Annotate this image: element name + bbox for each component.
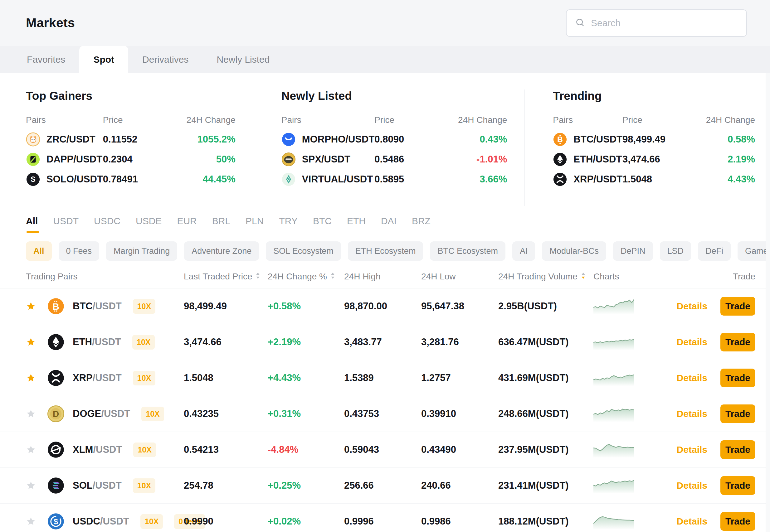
column-header-last-traded-price[interactable]: Last Traded Price [184,272,268,282]
doge-icon: D [47,405,65,423]
chip-adventure-zone[interactable]: Adventure Zone [184,241,259,261]
leverage-badge: 10X [141,407,164,421]
favorite-star-icon[interactable] [26,373,41,383]
details-link[interactable]: Details [677,373,707,383]
column-header-24h-change[interactable]: 24H Change % [268,272,344,282]
favorite-star-icon[interactable] [26,409,41,419]
chip-depin[interactable]: DePIN [613,241,653,261]
row-actions: Details Trade [643,512,755,531]
table-row-xrp-usdt[interactable]: XRP/USDT 10X 1.5048 +4.43% 1.5389 1.2757… [0,360,770,396]
quote-tab-usdc[interactable]: USDC [94,216,120,237]
pair-name[interactable]: BTC/USDT [73,301,122,312]
pair-name: BTC/USDT [574,134,622,145]
chip-margin-trading[interactable]: Margin Trading [106,241,177,261]
pair-name[interactable]: DOGE/USDT [73,408,130,419]
favorite-star-icon[interactable] [26,481,41,491]
trade-button[interactable]: Trade [720,333,755,351]
pair-name[interactable]: ETH/USDT [73,336,121,348]
details-link[interactable]: Details [677,444,707,455]
quote-tab-brl[interactable]: BRL [212,216,230,237]
chip-ai[interactable]: AI [512,241,535,261]
chip-sol-ecosystem[interactable]: SOL Ecosystem [266,241,341,261]
quote-tab-btc[interactable]: BTC [313,216,332,237]
chip-lsd[interactable]: LSD [660,241,691,261]
table-row-eth-usdt[interactable]: ETH/USDT 10X 3,474.66 +2.19% 3,483.77 3,… [0,324,770,360]
quote-tab-usdt[interactable]: USDT [53,216,79,237]
quote-tab-dai[interactable]: DAI [381,216,397,237]
column-header-24h-trading-volume[interactable]: 24H Trading Volume [498,272,593,282]
panel-row-btc-usdt[interactable]: BBTC/USDT 98,499.49 0.58% [553,129,755,149]
chip-eth-ecosystem[interactable]: ETH Ecosystem [348,241,424,261]
quote-tab-pln[interactable]: PLN [245,216,264,237]
market-nav-tabs: FavoritesSpotDerivativesNewly Listed [0,46,770,73]
panel-row-spx-usdt[interactable]: SPX/USDT 0.5486 -1.01% [281,149,507,169]
chip-gamefi[interactable]: GameFi [738,241,770,261]
panel-row-zrc-usdt[interactable]: ZRC/USDT 0.11552 1055.2% [26,129,235,149]
details-link[interactable]: Details [677,337,707,347]
sparkline [593,332,643,352]
last-traded-price: 98,499.49 [184,301,268,312]
quote-tab-eth[interactable]: ETH [347,216,365,237]
sort-icon[interactable] [255,272,260,282]
panel-row-solo-usdt[interactable]: SSOLO/USDT 0.78491 44.45% [26,169,235,189]
quote-tab-all[interactable]: All [26,216,38,237]
tab-favorites[interactable]: Favorites [13,46,79,73]
favorite-star-icon[interactable] [26,516,41,526]
sort-icon[interactable] [330,272,335,282]
pair-name: ETH/USDT [574,154,622,165]
search-input[interactable] [591,18,738,28]
table-row-doge-usdt[interactable]: D DOGE/USDT 10X 0.43235 +0.31% 0.43753 0… [0,396,770,432]
trade-button[interactable]: Trade [720,404,755,423]
pair-name[interactable]: XRP/USDT [73,372,122,384]
row-actions: Details Trade [643,297,755,316]
morpho-icon [281,132,296,147]
trade-button[interactable]: Trade [720,297,755,316]
trade-button[interactable]: Trade [720,512,755,531]
pair-name[interactable]: SOL/USDT [73,480,122,491]
trade-button[interactable]: Trade [720,369,755,387]
favorite-star-icon[interactable] [26,301,41,311]
panel-row-morpho-usdt[interactable]: MORPHO/USDT 0.8090 0.43% [281,129,507,149]
chip-0-fees[interactable]: 0 Fees [59,241,99,261]
trade-button[interactable]: Trade [720,476,755,495]
chip-modular-bcs[interactable]: Modular-BCs [542,241,606,261]
chip-btc-ecosystem[interactable]: BTC Ecosystem [430,241,506,261]
pair-name[interactable]: XLM/USDT [73,444,122,455]
tab-derivatives[interactable]: Derivatives [128,46,202,73]
panel-column-headers: PairsPrice24H Change [281,115,507,125]
search-box[interactable] [566,9,747,37]
table-row-btc-usdt[interactable]: B BTC/USDT 10X 98,499.49 +0.58% 98,870.0… [0,288,770,324]
favorite-star-icon[interactable] [26,337,41,347]
pair-name[interactable]: USDC/USDT [73,516,129,527]
xlm-icon [47,441,65,458]
quote-tab-brz[interactable]: BRZ [412,216,431,237]
quote-tab-eur[interactable]: EUR [177,216,196,237]
pair-price: 3,474.66 [622,154,693,165]
sort-icon[interactable] [581,272,586,282]
panel-row-xrp-usdt[interactable]: XRP/USDT 1.5048 4.43% [553,169,755,189]
panel-row-dapp-usdt[interactable]: DAPP/USDT 0.2304 50% [26,149,235,169]
pair-change: 3.66% [445,174,507,185]
details-link[interactable]: Details [677,480,707,491]
details-link[interactable]: Details [677,409,707,419]
table-row-xlm-usdt[interactable]: XLM/USDT 10X 0.54213 -4.84% 0.59043 0.43… [0,432,770,468]
trade-button[interactable]: Trade [720,440,755,459]
favorite-star-icon[interactable] [26,445,41,455]
table-row-sol-usdt[interactable]: SOL/USDT 10X 254.78 +0.25% 256.66 240.66… [0,468,770,504]
tab-newly-listed[interactable]: Newly Listed [202,46,283,73]
chip-all[interactable]: All [26,241,52,261]
scrollbar-track[interactable] [766,73,770,532]
panel-row-virtual-usdt[interactable]: VIRTUAL/USDT 0.5895 3.66% [281,169,507,189]
quote-tab-usde[interactable]: USDE [136,216,162,237]
panel-row-eth-usdt[interactable]: ETH/USDT 3,474.66 2.19% [553,149,755,169]
chip-defi[interactable]: DeFi [698,241,731,261]
details-link[interactable]: Details [677,301,707,312]
panel-title: Top Gainers [26,89,235,103]
details-link[interactable]: Details [677,516,707,527]
tab-spot[interactable]: Spot [79,46,128,73]
row-actions: Details Trade [643,404,755,423]
search-icon [575,17,585,29]
pair-price: 0.11552 [103,134,173,145]
table-row-usdc-usdt[interactable]: $ USDC/USDT 10X0 fees 0.9990 +0.02% 0.99… [0,504,770,532]
quote-tab-try[interactable]: TRY [279,216,297,237]
